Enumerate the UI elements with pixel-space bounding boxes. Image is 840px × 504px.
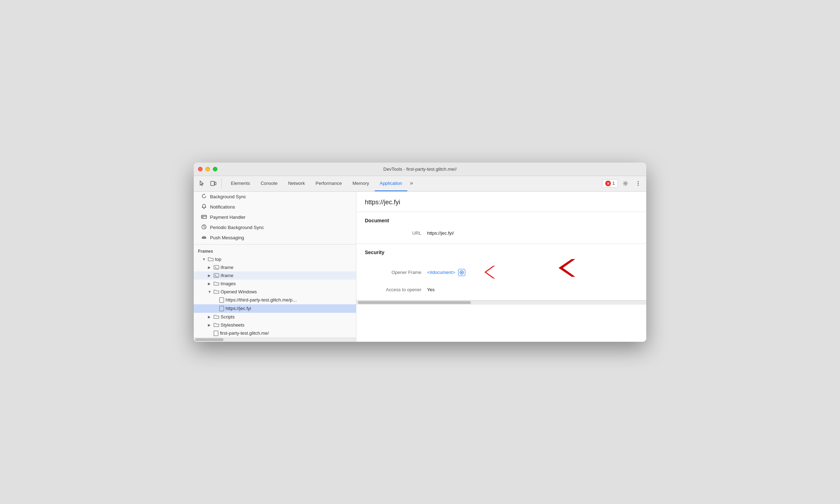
sidebar-item-push-messaging[interactable]: Push Messaging: [194, 233, 356, 243]
svg-rect-13: [220, 306, 224, 311]
tree-label-iframe1: iframe: [221, 265, 233, 270]
svg-rect-7: [202, 217, 203, 218]
tree-item-images[interactable]: ▶ Images: [194, 280, 356, 288]
error-badge[interactable]: ✕ 1: [602, 179, 618, 188]
sidebar-label-payment-handler: Payment Handler: [210, 215, 245, 220]
devtools-window: DevTools - first-party-test.glitch.me//: [194, 163, 646, 342]
svg-rect-1: [215, 182, 216, 185]
folder-icon-scripts: [214, 314, 219, 319]
sidebar-divider-1: [194, 244, 356, 245]
access-opener-row: Access to opener Yes: [365, 285, 638, 294]
tab-network[interactable]: Network: [283, 176, 310, 191]
tree-item-opened-windows[interactable]: ▼ Opened Windows: [194, 288, 356, 296]
tree-arrow-iframe1: ▶: [208, 265, 212, 269]
main-url-display: https://jec.fyi: [356, 192, 646, 212]
tree-label-scripts: Scripts: [221, 314, 235, 320]
opener-frame-link[interactable]: <#document>: [427, 270, 455, 275]
minimize-button[interactable]: [205, 167, 210, 171]
sidebar-item-background-sync[interactable]: Background Sync: [194, 192, 356, 202]
error-icon: ✕: [605, 181, 611, 186]
tree-label-top: top: [215, 257, 221, 262]
tree-label-third-party: https://third-party-test.glitch.me/p…: [226, 297, 297, 303]
background-sync-icon: [201, 193, 207, 200]
main-scrollbar[interactable]: [356, 300, 646, 305]
tree-arrow-iframe2: ▶: [208, 274, 212, 277]
sidebar-scrollbar-thumb: [195, 338, 223, 341]
sidebar-label-periodic-sync: Periodic Background Sync: [210, 225, 264, 230]
close-button[interactable]: [198, 167, 203, 171]
tree-arrow-stylesheets: ▶: [208, 323, 212, 327]
tree-label-stylesheets: Stylesheets: [221, 322, 244, 328]
settings-button[interactable]: [620, 178, 631, 189]
tree-arrow-scripts: ▶: [208, 315, 212, 319]
tree-item-iframe2[interactable]: ▶ iframe: [194, 271, 356, 280]
opener-frame-label: Opener Frame: [365, 270, 421, 275]
tree-item-first-party[interactable]: first-party-test.glitch.me/: [194, 329, 356, 338]
opener-frame-icon-btn[interactable]: [458, 269, 465, 276]
red-arrow-svg: [474, 262, 498, 282]
cursor-icon[interactable]: [197, 178, 207, 189]
main-url-text: https://jec.fyi: [365, 199, 400, 206]
svg-point-4: [638, 183, 639, 184]
file-icon-jec-fyi: [219, 306, 224, 311]
folder-icon-opened-windows: [214, 289, 219, 294]
opener-frame-value: <#document>: [427, 262, 498, 283]
opener-frame-row: Opener Frame <#document>: [365, 260, 638, 285]
tree-arrow-images: ▶: [208, 282, 212, 286]
window-title: DevTools - first-party-test.glitch.me//: [383, 166, 456, 172]
periodic-sync-icon: [201, 224, 207, 231]
device-toggle-icon[interactable]: [208, 178, 218, 189]
svg-point-2: [625, 183, 626, 184]
sidebar-label-push-messaging: Push Messaging: [210, 235, 244, 240]
file-icon-first-party: [214, 330, 218, 336]
more-options-button[interactable]: [633, 178, 643, 189]
svg-rect-0: [211, 181, 214, 186]
security-section: Security Opener Frame <#document>: [356, 244, 646, 300]
svg-point-5: [638, 185, 639, 186]
sidebar-label-background-sync: Background Sync: [210, 194, 246, 199]
tab-elements[interactable]: Elements: [226, 176, 255, 191]
tree-item-third-party[interactable]: https://third-party-test.glitch.me/p…: [194, 296, 356, 304]
tree-item-scripts[interactable]: ▶ Scripts: [194, 313, 356, 321]
sidebar-scrollbar[interactable]: [194, 338, 356, 342]
tree-label-first-party: first-party-test.glitch.me/: [220, 330, 269, 336]
more-tabs-button[interactable]: »: [408, 176, 415, 191]
document-section: Document URL https://jec.fyi/: [356, 212, 646, 244]
svg-rect-6: [202, 215, 206, 218]
main-panel: https://jec.fyi Document URL https://jec…: [356, 192, 646, 342]
sidebar-label-notifications: Notifications: [210, 204, 235, 210]
titlebar: DevTools - first-party-test.glitch.me//: [194, 163, 646, 176]
sidebar-item-payment-handler[interactable]: Payment Handler: [194, 212, 356, 222]
tree-arrow-top: ▼: [202, 257, 206, 261]
folder-icon-stylesheets: [214, 322, 219, 327]
notifications-icon: [201, 204, 207, 210]
tree-item-iframe1[interactable]: ▶ iframe: [194, 263, 356, 271]
payment-handler-icon: [201, 214, 207, 221]
sidebar-item-notifications[interactable]: Notifications: [194, 202, 356, 212]
tab-console[interactable]: Console: [256, 176, 282, 191]
tree-item-top[interactable]: ▼ top: [194, 255, 356, 263]
url-field-label: URL: [365, 230, 421, 236]
push-messaging-icon: [201, 234, 207, 241]
tree-label-jec-fyi: https://jec.fyi: [226, 306, 251, 311]
svg-rect-14: [214, 331, 218, 336]
maximize-button[interactable]: [213, 167, 217, 171]
tree-item-stylesheets[interactable]: ▶ Stylesheets: [194, 321, 356, 329]
folder-icon-images: [214, 281, 219, 286]
toolbar-right-actions: ✕ 1: [602, 178, 643, 189]
tab-application[interactable]: Application: [375, 176, 407, 191]
sidebar-item-periodic-background-sync[interactable]: Periodic Background Sync: [194, 222, 356, 233]
tree-arrow-opened-windows: ▼: [208, 290, 212, 294]
tree-label-opened-windows: Opened Windows: [221, 289, 257, 294]
access-opener-label: Access to opener: [365, 287, 421, 292]
tab-memory[interactable]: Memory: [348, 176, 374, 191]
error-count: 1: [612, 181, 615, 186]
tree-item-jec-fyi[interactable]: https://jec.fyi: [194, 304, 356, 313]
folder-icon-top: [208, 257, 214, 262]
security-section-title: Security: [365, 250, 638, 255]
tab-performance[interactable]: Performance: [311, 176, 347, 191]
devtools-container: Elements Console Network Performance Mem…: [194, 176, 646, 342]
tree-label-images: Images: [221, 281, 236, 286]
frames-section-label: Frames: [194, 246, 356, 255]
nav-tabs: Elements Console Network Performance Mem…: [226, 176, 601, 191]
